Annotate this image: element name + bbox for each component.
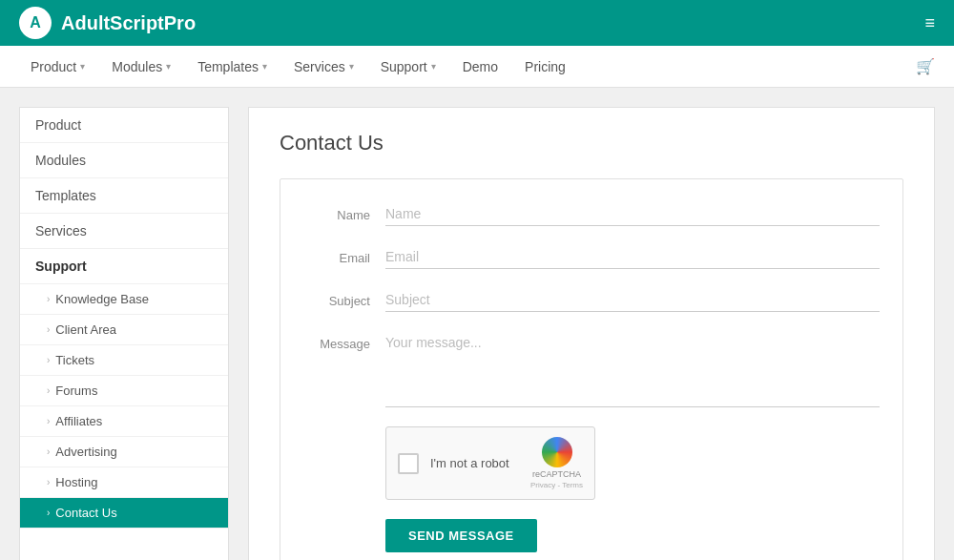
nav-item-services[interactable]: Services ▾ (282, 46, 365, 88)
sidebar-item-hosting[interactable]: › Hosting (20, 467, 228, 498)
subject-input[interactable] (385, 288, 880, 312)
recaptcha-checkbox[interactable] (398, 453, 419, 474)
recaptcha-brand: reCAPTCHA (532, 469, 581, 479)
chevron-down-icon: ▾ (262, 61, 267, 72)
nav-links: Product ▾ Modules ▾ Templates ▾ Services… (19, 46, 577, 88)
subject-row: Subject (303, 288, 880, 312)
message-label: Message (303, 331, 370, 351)
sidebar-item-affiliates[interactable]: › Affiliates (20, 406, 228, 437)
logo-text: AdultScriptPro (61, 12, 196, 34)
sidebar-item-services[interactable]: Services (20, 214, 228, 249)
hamburger-icon[interactable]: ≡ (924, 13, 935, 33)
chevron-down-icon: ▾ (80, 61, 85, 72)
chevron-down-icon: ▾ (166, 61, 171, 72)
email-input[interactable] (385, 245, 880, 269)
email-label: Email (303, 245, 370, 265)
main-layout: Product Modules Templates Services Suppo… (0, 88, 954, 560)
sidebar-item-tickets[interactable]: › Tickets (20, 345, 228, 376)
sidebar-item-modules[interactable]: Modules (20, 143, 228, 178)
recaptcha-widget[interactable]: I'm not a robot reCAPTCHA Privacy - Term… (385, 426, 595, 500)
name-row: Name (303, 202, 880, 226)
chevron-down-icon: ▾ (349, 61, 354, 72)
chevron-right-icon: › (47, 416, 50, 426)
message-row: Message (303, 331, 880, 407)
recaptcha-spiral-icon (542, 437, 572, 467)
recaptcha-logo: reCAPTCHA Privacy - Terms (530, 437, 583, 489)
topbar-left: A AdultScriptPro (19, 7, 196, 39)
nav-item-pricing[interactable]: Pricing (513, 46, 577, 88)
name-label: Name (303, 202, 370, 222)
sidebar-item-product[interactable]: Product (20, 108, 228, 143)
recaptcha-privacy: Privacy - Terms (530, 481, 583, 489)
page-title: Contact Us (280, 131, 903, 156)
logo-icon: A (19, 7, 52, 39)
sidebar-section-support: Support (20, 249, 228, 284)
nav-item-templates[interactable]: Templates ▾ (186, 46, 279, 88)
chevron-right-icon: › (47, 508, 50, 518)
recaptcha-label: I'm not a robot (430, 456, 519, 470)
sidebar-item-forums[interactable]: › Forums (20, 376, 228, 406)
send-message-button[interactable]: SEND MESSAGE (385, 519, 537, 552)
chevron-right-icon: › (47, 294, 50, 304)
sidebar-item-client-area[interactable]: › Client Area (20, 315, 228, 345)
chevron-down-icon: ▾ (431, 61, 436, 72)
sidebar-item-knowledge-base[interactable]: › Knowledge Base (20, 284, 228, 315)
name-input[interactable] (385, 202, 880, 226)
contact-form-card: Name Email Subject Message I'm not (280, 178, 903, 560)
chevron-right-icon: › (47, 446, 50, 457)
nav-item-support[interactable]: Support ▾ (369, 46, 447, 88)
message-input[interactable] (385, 331, 880, 407)
nav-item-demo[interactable]: Demo (451, 46, 509, 88)
sidebar-item-templates[interactable]: Templates (20, 178, 228, 214)
cart-icon[interactable]: 🛒 (916, 57, 935, 75)
sidebar: Product Modules Templates Services Suppo… (19, 107, 229, 560)
topbar: A AdultScriptPro ≡ (0, 0, 954, 46)
navbar: Product ▾ Modules ▾ Templates ▾ Services… (0, 46, 954, 88)
subject-label: Subject (303, 288, 370, 308)
sidebar-item-advertising[interactable]: › Advertising (20, 437, 228, 467)
chevron-right-icon: › (47, 324, 50, 335)
chevron-right-icon: › (47, 385, 50, 396)
chevron-right-icon: › (47, 477, 50, 487)
nav-item-product[interactable]: Product ▾ (19, 46, 96, 88)
content-area: Contact Us Name Email Subject Message (248, 107, 935, 560)
nav-item-modules[interactable]: Modules ▾ (100, 46, 182, 88)
sidebar-item-contact-us[interactable]: › Contact Us (20, 498, 228, 529)
chevron-right-icon: › (47, 355, 50, 365)
email-row: Email (303, 245, 880, 269)
